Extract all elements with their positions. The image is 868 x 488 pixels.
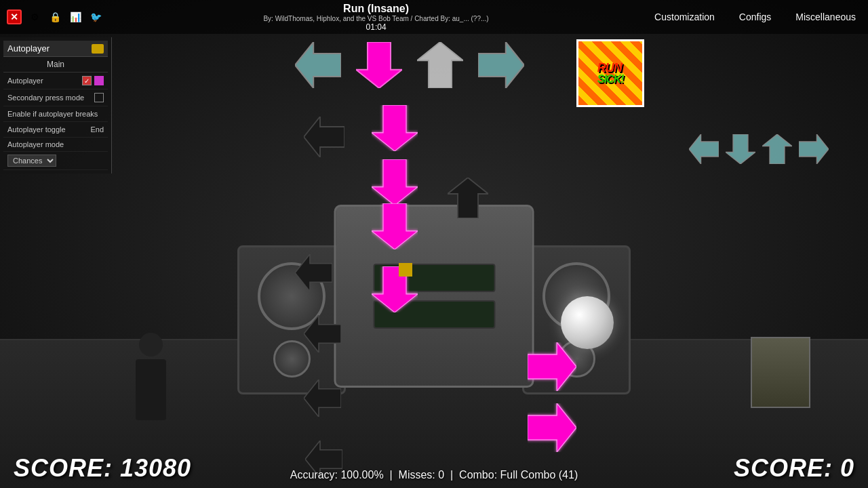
gear-icon[interactable]: ⚙ xyxy=(27,9,42,24)
svg-marker-18 xyxy=(528,342,576,391)
autoplayer-label: Autoplayer xyxy=(7,77,43,85)
autoplayer-toggle-label: Autoplayer toggle xyxy=(7,125,66,134)
boombox xyxy=(334,205,534,388)
enable-autoplayer-breaks-row: Enable if autoplayer breaks xyxy=(3,106,108,122)
note-down-2 xyxy=(372,159,418,205)
note-up-dark xyxy=(448,178,488,218)
score-right: SCORE: 0 xyxy=(734,454,854,483)
enable-autoplayer-breaks-label: Enable if autoplayer breaks xyxy=(7,110,98,118)
secondary-press-mode-label: Secondary press mode xyxy=(7,94,84,102)
panel-title: Autoplayer xyxy=(7,43,50,54)
panel-tab-main[interactable]: Main xyxy=(3,57,108,73)
autoplayer-mode-label: Autoplayer mode xyxy=(7,140,64,148)
svg-marker-7 xyxy=(799,134,829,164)
autoplayer-toggle-value: End xyxy=(90,125,104,134)
note-yellow-box xyxy=(399,263,412,277)
autoplayer-row: Autoplayer ✓ xyxy=(3,73,108,89)
note-left-dark-4 xyxy=(304,380,341,417)
misses-stat: Misses: 0 xyxy=(399,469,445,481)
svg-marker-4 xyxy=(689,134,719,164)
panel-icon xyxy=(92,44,104,54)
song-time: 01:04 xyxy=(103,22,649,32)
receptor-down-active xyxy=(356,42,402,88)
svg-marker-2 xyxy=(417,42,463,88)
svg-marker-1 xyxy=(356,42,402,88)
configs-button[interactable]: Configs xyxy=(734,9,776,25)
svg-marker-19 xyxy=(528,403,576,452)
note-left-dark-3 xyxy=(304,315,341,352)
song-title: Run (Insane) xyxy=(103,3,649,15)
stats-bar: Accuracy: 100.00% | Misses: 0 | Combo: F… xyxy=(290,469,578,481)
svg-marker-15 xyxy=(304,315,341,352)
combo-stat: Combo: Full Combo (41) xyxy=(459,469,578,481)
note-right-pink-1 xyxy=(528,342,576,391)
receptors-right xyxy=(689,134,829,164)
receptor-right-down xyxy=(726,134,755,164)
svg-marker-5 xyxy=(726,134,755,164)
chart-icon[interactable]: 📊 xyxy=(68,9,83,24)
top-bar: ✕ ⚙ 🔒 📊 🐦 Run (Insane) By: WildThomas, H… xyxy=(0,0,868,34)
svg-marker-14 xyxy=(295,254,332,291)
svg-marker-10 xyxy=(372,203,418,249)
miscellaneous-button[interactable]: Miscellaneous xyxy=(790,9,861,25)
receptor-right-up xyxy=(762,134,792,164)
note-right-pink-2 xyxy=(528,403,576,452)
lock-icon[interactable]: 🔒 xyxy=(47,9,62,24)
svg-marker-12 xyxy=(304,117,344,157)
autoplayer-mode-row: Autoplayer mode xyxy=(3,138,108,152)
customization-button[interactable]: Customization xyxy=(649,9,720,25)
receptor-right-left xyxy=(689,134,719,164)
receptor-right xyxy=(478,42,524,88)
accuracy-stat: Accuracy: 100.00% xyxy=(290,469,384,481)
svg-marker-9 xyxy=(372,159,418,205)
note-down-3 xyxy=(372,203,418,249)
receptor-right-right xyxy=(799,134,829,164)
svg-marker-6 xyxy=(762,134,792,164)
receptors-row xyxy=(295,42,524,88)
character-left xyxy=(136,333,166,420)
note-left-dark-2 xyxy=(295,254,332,291)
autoplayer-btn-pink[interactable] xyxy=(94,76,104,85)
top-bar-center: Run (Insane) By: WildThomas, Hiphlox, an… xyxy=(103,3,649,32)
autoplayer-mode-select[interactable]: Chances Always Never xyxy=(7,155,56,167)
score-left: SCORE: 13080 xyxy=(14,454,191,483)
corner-box xyxy=(751,337,810,408)
top-bar-right: Customization Configs Miscellaneous xyxy=(649,9,861,25)
receptor-left xyxy=(295,42,341,88)
panel-header: Autoplayer xyxy=(3,41,108,57)
svg-marker-16 xyxy=(304,380,341,417)
title-card: RUN SICK! xyxy=(576,39,644,107)
svg-marker-0 xyxy=(295,42,341,88)
close-button[interactable]: ✕ xyxy=(7,9,22,24)
twitter-icon[interactable]: 🐦 xyxy=(88,9,103,24)
orb xyxy=(561,296,614,349)
side-panel: Autoplayer Main Autoplayer ✓ Secondary p… xyxy=(0,37,112,174)
autoplayer-toggle-row: Autoplayer toggle End xyxy=(3,122,108,138)
top-bar-left: ✕ ⚙ 🔒 📊 🐦 xyxy=(7,9,103,24)
secondary-press-mode-row: Secondary press mode xyxy=(3,89,108,106)
note-left-dark xyxy=(304,117,344,157)
autoplayer-checkbox[interactable]: ✓ xyxy=(82,76,92,85)
secondary-press-mode-checkbox[interactable] xyxy=(94,93,104,102)
svg-marker-13 xyxy=(448,178,488,218)
autoplayer-mode-dropdown-row: Chances Always Never xyxy=(3,152,108,170)
song-credits: By: WildThomas, Hiphlox, and the VS Bob … xyxy=(103,15,649,22)
svg-marker-8 xyxy=(372,105,418,151)
svg-marker-3 xyxy=(478,42,524,88)
receptor-up xyxy=(417,42,463,88)
note-down-1 xyxy=(372,105,418,151)
